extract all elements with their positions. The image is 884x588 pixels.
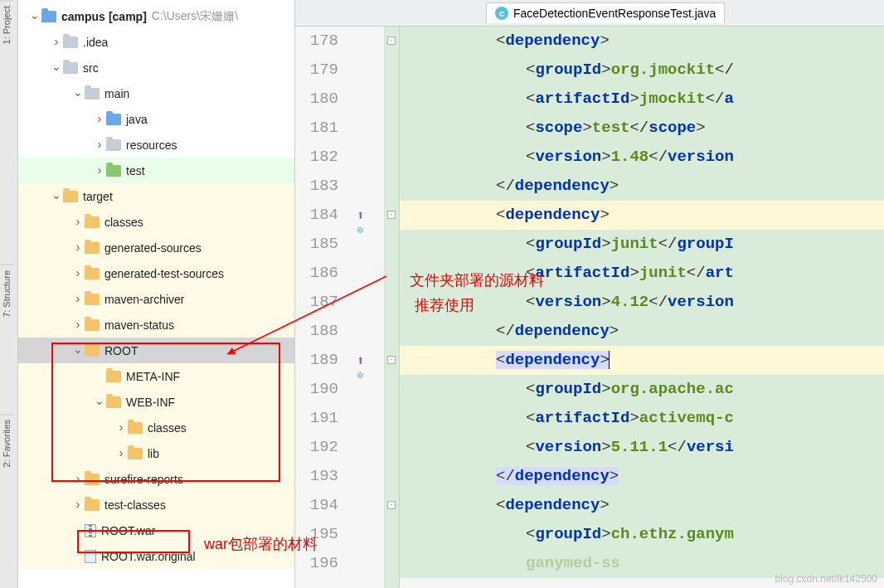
expand-arrow[interactable]	[50, 61, 63, 75]
tree-row-maven-status[interactable]: maven-status	[18, 312, 294, 338]
watermark: blog.csdn.net/lk142500	[775, 573, 877, 585]
tree-row-classes[interactable]: classes	[18, 209, 294, 235]
tree-row-test-classes[interactable]: test-classes	[18, 492, 294, 518]
line-number: 191	[295, 404, 338, 433]
code-line[interactable]: <dependency>💡	[400, 346, 884, 375]
code-line[interactable]: <groupId>junit</groupI	[400, 230, 884, 259]
project-tree[interactable]: campus[camp] C:\Users\宋姗姗\.ideasrcmainja…	[18, 0, 294, 569]
tree-row-lib[interactable]: lib	[18, 440, 294, 466]
expand-arrow[interactable]	[71, 292, 85, 306]
code-line[interactable]: <version>4.12</version	[400, 288, 884, 317]
tree-row-src[interactable]: src	[18, 55, 294, 80]
code-line[interactable]: <groupId>ch.ethz.ganym	[400, 520, 884, 549]
editor-tabbar: c FaceDetectionEventResponseTest.java	[295, 0, 884, 27]
line-number: 178	[295, 27, 338, 56]
expand-arrow[interactable]	[114, 420, 128, 435]
vtab-project[interactable]: 1: Project	[0, 0, 13, 49]
tree-row-main[interactable]: main	[18, 80, 294, 106]
fold-toggle[interactable]: -	[387, 501, 396, 509]
folder-icon	[41, 11, 56, 22]
line-number: 182	[295, 143, 338, 172]
expand-arrow[interactable]	[71, 266, 85, 280]
tree-row--idea[interactable]: .idea	[18, 29, 294, 55]
tree-row-target[interactable]: target	[18, 183, 294, 209]
tree-label: src	[83, 61, 99, 75]
tree-row-web-inf[interactable]: WEB-INF	[18, 389, 294, 415]
code-line[interactable]: </dependency>	[400, 172, 884, 201]
line-number: 190	[295, 375, 338, 404]
code-line[interactable]: <artifactId>junit</art	[400, 259, 884, 288]
override-circle-icon[interactable]: ◎	[357, 216, 363, 245]
tree-row-campus[interactable]: campus[camp] C:\Users\宋姗姗\	[18, 3, 294, 29]
marker-gutter: ⬆◎⬆◎	[345, 27, 385, 588]
code-line[interactable]: <dependency>	[400, 491, 884, 520]
code-line[interactable]: <scope>test</scope>	[400, 114, 884, 143]
expand-arrow[interactable]	[93, 112, 106, 126]
tree-row-root[interactable]: ROOT	[18, 338, 294, 363]
tree-label: maven-status	[104, 318, 174, 332]
folder-icon	[85, 216, 100, 228]
expand-arrow[interactable]	[114, 446, 128, 460]
tree-row-resources[interactable]: resources	[18, 132, 294, 158]
editor-tab[interactable]: c FaceDetectionEventResponseTest.java	[486, 2, 725, 23]
code-line[interactable]: <groupId>org.jmockit</	[400, 56, 884, 85]
expand-arrow[interactable]	[71, 318, 85, 332]
tree-row-maven-archiver[interactable]: maven-archiver	[18, 286, 294, 312]
tree-label: surefire-reports	[104, 473, 183, 486]
tree-row-generated-sources[interactable]: generated-sources	[18, 235, 294, 260]
code-line[interactable]: <groupId>org.apache.ac	[400, 375, 884, 404]
expand-arrow[interactable]	[71, 344, 85, 357]
tree-label: generated-sources	[104, 241, 202, 255]
expand-arrow[interactable]	[50, 35, 63, 49]
tree-label: generated-test-sources	[104, 267, 224, 280]
line-number: 186	[295, 259, 338, 288]
code-line[interactable]: <artifactId>activemq-c	[400, 404, 884, 433]
vertical-tool-tabs: 1: Project 7: Structure 2: Favorites	[0, 0, 18, 588]
expand-arrow[interactable]	[93, 138, 106, 152]
tree-row-generated-test-sources[interactable]: generated-test-sources	[18, 260, 294, 286]
expand-arrow[interactable]	[71, 472, 85, 486]
code-line[interactable]: </dependency>	[400, 317, 884, 346]
fold-toggle[interactable]: -	[387, 211, 396, 219]
vtab-favorites[interactable]: 2: Favorites	[0, 414, 13, 472]
tree-label: .idea	[83, 36, 108, 49]
tree-row-meta-inf[interactable]: META-INF	[18, 363, 294, 389]
tree-label: ROOT.war	[101, 524, 155, 537]
line-number: 193	[295, 462, 338, 491]
fold-toggle[interactable]: -	[387, 356, 396, 364]
expand-arrow[interactable]	[93, 163, 106, 177]
tree-row-test[interactable]: test	[18, 158, 294, 183]
code-line[interactable]: <dependency>	[400, 27, 884, 56]
code-area[interactable]: 1781791801811821831841851861871881891901…	[295, 27, 884, 588]
expand-arrow[interactable]	[71, 87, 85, 100]
expand-arrow[interactable]	[71, 241, 85, 255]
tree-row-classes[interactable]: classes	[18, 415, 294, 440]
code-lines[interactable]: <dependency><groupId>org.jmockit</<artif…	[400, 27, 884, 588]
expand-arrow[interactable]	[71, 498, 85, 512]
code-line[interactable]: </dependency>	[400, 462, 884, 491]
expand-arrow[interactable]	[93, 396, 106, 409]
folder-icon	[85, 474, 100, 485]
tree-row-root-war-original[interactable]: ROOT.war.original	[18, 543, 294, 569]
override-circle-icon[interactable]: ◎	[357, 361, 363, 390]
folder-icon	[85, 345, 100, 357]
code-line[interactable]: <version>5.11.1</versi	[400, 433, 884, 462]
vtab-structure[interactable]: 7: Structure	[0, 265, 13, 323]
folder-icon	[63, 191, 78, 202]
tree-label: resources	[126, 138, 177, 152]
folder-icon	[85, 268, 100, 279]
tree-row-root-war[interactable]: ROOT.war	[18, 518, 294, 543]
code-line[interactable]: <version>1.48</version	[400, 143, 884, 172]
expand-arrow[interactable]	[50, 190, 63, 203]
folder-icon	[106, 396, 121, 408]
expand-arrow[interactable]	[28, 10, 41, 23]
code-line[interactable]: <dependency>	[400, 201, 884, 230]
code-line[interactable]: <artifactId>jmockit</a	[400, 85, 884, 114]
tree-row-surefire-reports[interactable]: surefire-reports	[18, 466, 294, 492]
tree-row-java[interactable]: java	[18, 106, 294, 132]
line-number: 187	[295, 288, 338, 317]
tree-label: maven-archiver	[104, 293, 184, 306]
expand-arrow[interactable]	[71, 215, 85, 229]
fold-toggle[interactable]: -	[387, 36, 396, 45]
folder-icon	[63, 62, 78, 74]
